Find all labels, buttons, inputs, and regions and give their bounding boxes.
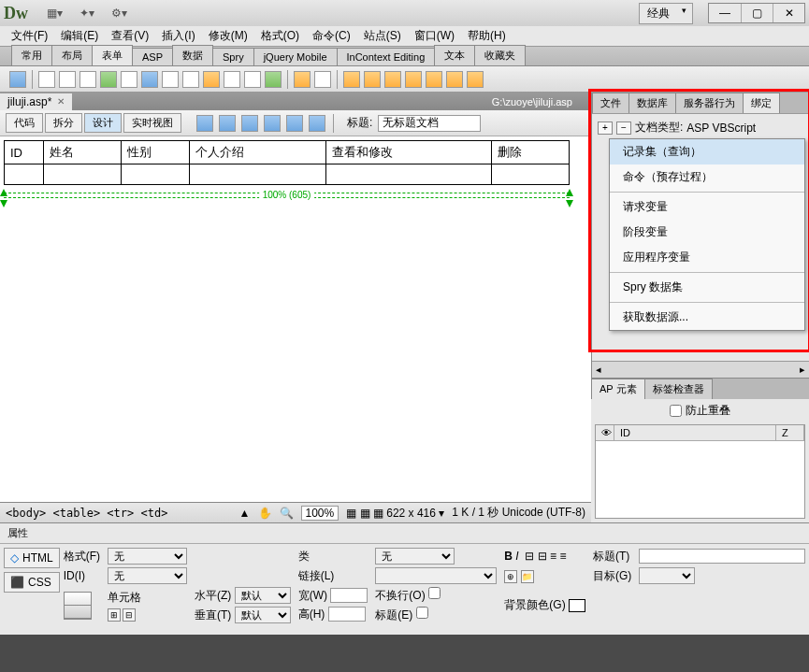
insert-tab[interactable]: ASP [132, 48, 173, 65]
doc-title-input[interactable] [378, 115, 481, 132]
menu-item[interactable]: 修改(M) [203, 26, 253, 46]
close-button[interactable]: ✕ [773, 4, 804, 22]
insert-tab[interactable]: 收藏夹 [474, 45, 526, 65]
spry-textarea-icon[interactable] [364, 71, 381, 88]
menu-item[interactable]: 窗口(W) [409, 26, 460, 46]
zoom-icon[interactable]: 🔍 [280, 507, 294, 520]
side-tab[interactable]: 文件 [592, 93, 629, 113]
browse-icon[interactable]: 📁 [521, 570, 534, 583]
menu-item[interactable]: 帮助(H) [462, 26, 512, 46]
image-field-icon[interactable] [224, 71, 240, 88]
ap-tab[interactable]: 标签检查器 [644, 379, 713, 399]
checkboxgroup-icon[interactable] [121, 71, 137, 88]
minimize-button[interactable]: — [709, 4, 741, 22]
table-cell[interactable] [325, 164, 491, 185]
textarea-icon[interactable] [79, 71, 96, 88]
table-cell[interactable] [5, 164, 44, 185]
spry-checkbox-icon[interactable] [384, 71, 401, 88]
id-column[interactable]: ID [614, 425, 776, 440]
tag-selector[interactable]: <body> <table> <tr> <td> [6, 507, 167, 520]
insert-tab[interactable]: 数据 [172, 45, 213, 65]
panel-scrollbar[interactable]: ◂▸ [592, 361, 809, 378]
hidden-icon[interactable] [59, 71, 76, 88]
view-button[interactable]: 设计 [84, 113, 122, 133]
table-cell[interactable] [491, 164, 569, 185]
props-html-tab[interactable]: ◇HTML [4, 548, 60, 568]
nowrap-checkbox[interactable] [428, 587, 441, 599]
radiogroup-icon[interactable] [162, 71, 179, 88]
context-menu-item[interactable]: Spry 数据集 [610, 275, 804, 300]
menu-item[interactable]: 站点(S) [358, 26, 407, 46]
table-header-cell[interactable]: 性别 [121, 141, 189, 164]
design-table[interactable]: ID姓名性别个人介绍查看和修改删除 [4, 140, 570, 185]
context-menu-item[interactable]: 记录集（查询） [610, 139, 804, 164]
checkbox-icon[interactable] [100, 71, 117, 88]
table-header-cell[interactable]: ID [5, 141, 44, 164]
menu-item[interactable]: 文件(F) [6, 26, 53, 46]
merge-icon[interactable]: ⊞ [108, 608, 121, 622]
format-select[interactable]: 无 [108, 548, 187, 565]
height-input[interactable] [328, 607, 366, 622]
design-canvas[interactable]: ID姓名性别个人介绍查看和修改删除 100% (605) [0, 136, 591, 502]
table-header-cell[interactable]: 删除 [491, 141, 569, 164]
jumpmenu-icon[interactable] [203, 71, 220, 88]
horz-select[interactable]: 默认 [235, 587, 291, 604]
class-select[interactable]: 无 [375, 548, 455, 565]
side-tab[interactable]: 服务器行为 [675, 93, 744, 113]
table-cell[interactable] [121, 164, 189, 185]
title-input[interactable] [639, 549, 805, 564]
radio-icon[interactable] [141, 71, 158, 88]
fieldset-icon[interactable] [314, 71, 331, 88]
view-button[interactable]: 代码 [6, 113, 43, 133]
live-icon[interactable] [241, 115, 258, 132]
menu-item[interactable]: 插入(I) [156, 26, 200, 46]
close-tab-icon[interactable]: ✕ [57, 96, 65, 107]
zoom-select[interactable]: 100% [301, 506, 339, 521]
workspace-preset[interactable]: 经典 [639, 3, 693, 24]
z-column[interactable]: Z [776, 425, 804, 440]
file-field-icon[interactable] [244, 71, 261, 88]
insert-tab[interactable]: 文本 [434, 45, 475, 65]
ap-elements-list[interactable]: 👁 ID Z [595, 424, 805, 519]
eye-column-icon[interactable]: 👁 [596, 425, 614, 440]
link-select[interactable] [375, 567, 497, 584]
hand-icon[interactable]: ✋ [258, 507, 272, 520]
pointer-icon[interactable]: ▲ [239, 507, 251, 520]
insert-tab[interactable]: 常用 [11, 45, 52, 65]
text-format-icons[interactable]: B I ⊟ ⊟ ≡ ≡ [504, 550, 585, 563]
table-cell[interactable] [189, 164, 325, 185]
nav-icon[interactable] [286, 115, 303, 132]
width-input[interactable] [330, 588, 368, 603]
insert-tab[interactable]: 表单 [92, 45, 133, 65]
table-cell[interactable] [43, 164, 121, 185]
remove-binding-button[interactable]: − [616, 122, 631, 135]
spry-password-icon[interactable] [426, 71, 442, 88]
menu-item[interactable]: 查看(V) [106, 26, 154, 46]
select-icon[interactable] [182, 71, 199, 88]
table-header-cell[interactable]: 查看和修改 [325, 141, 491, 164]
context-menu-item[interactable]: 请求变量 [610, 194, 804, 220]
form-icon[interactable] [9, 71, 26, 88]
context-menu-item[interactable]: 命令（预存过程） [610, 164, 804, 190]
globe-icon[interactable] [196, 115, 213, 132]
point-to-file-icon[interactable]: ⊕ [504, 570, 517, 583]
side-tab[interactable]: 数据库 [628, 93, 676, 113]
bgcolor-swatch[interactable] [569, 599, 585, 612]
view-button[interactable]: 实时视图 [123, 113, 181, 133]
header-checkbox[interactable] [416, 607, 428, 619]
context-menu-item[interactable]: 阶段变量 [610, 220, 804, 245]
layout-icon[interactable]: ▦▾ [47, 7, 63, 20]
table-header-cell[interactable]: 姓名 [43, 141, 121, 164]
add-binding-button[interactable]: + [598, 122, 613, 135]
menu-item[interactable]: 命令(C) [307, 26, 356, 46]
view-button[interactable]: 拆分 [45, 113, 82, 133]
insert-tab[interactable]: Spry [212, 48, 254, 65]
label-icon[interactable] [294, 71, 311, 88]
spry-confirm-icon[interactable] [446, 71, 463, 88]
side-tab[interactable]: 绑定 [743, 93, 780, 113]
dims-label[interactable]: ▦ ▦ ▦ 622 x 416 ▾ [346, 507, 444, 520]
insert-tab[interactable]: jQuery Mobile [253, 48, 338, 65]
insert-tab[interactable]: 布局 [51, 45, 93, 65]
menu-item[interactable]: 编辑(E) [55, 26, 104, 46]
maximize-button[interactable]: ▢ [741, 4, 773, 22]
